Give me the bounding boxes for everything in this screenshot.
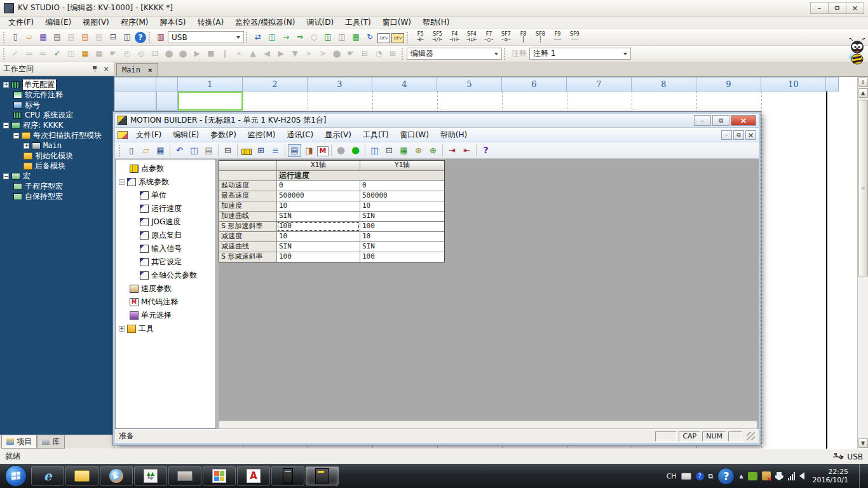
- fn-key-f8-vline[interactable]: F8│: [515, 32, 532, 43]
- tree-item-main[interactable]: Main: [0, 140, 114, 151]
- fn-key-f4-rise-contact[interactable]: F4⊣↑⊢: [446, 32, 463, 43]
- menu-program[interactable]: 程序(M): [115, 16, 154, 29]
- tree-item-device-comment[interactable]: 软元件注释: [0, 90, 114, 100]
- mb-copy-icon[interactable]: [187, 144, 201, 157]
- mb-point-params-icon[interactable]: [241, 149, 252, 155]
- mb-menu-edit[interactable]: 编辑(E): [167, 128, 205, 142]
- mb-menu-help[interactable]: 帮助(H): [435, 128, 473, 142]
- scroll-thumb[interactable]: ≡: [858, 100, 868, 276]
- menu-view[interactable]: 视图(V): [77, 16, 115, 29]
- comm-device-icon[interactable]: [154, 31, 167, 44]
- stopwatch-icon[interactable]: ◔: [372, 48, 385, 60]
- device-list-icon[interactable]: ≔: [23, 48, 36, 60]
- mb-child-restore-button[interactable]: [733, 130, 744, 140]
- taskbar-kv-studio[interactable]: [271, 466, 304, 485]
- mb-grid-view-icon[interactable]: [254, 144, 268, 157]
- mb-tree-system-params[interactable]: 系统参数: [116, 175, 215, 189]
- taskbar-media-player[interactable]: ▶: [100, 466, 133, 485]
- help-small-icon[interactable]: ?: [696, 472, 704, 480]
- mb-menu-display[interactable]: 显示(V): [319, 128, 357, 142]
- menu-monitor-simulator[interactable]: 监控器/模拟器(N): [229, 16, 301, 29]
- menu-file[interactable]: 文件(F): [3, 16, 39, 29]
- mb-menu-window[interactable]: 窗口(W): [395, 128, 435, 142]
- collapse-icon[interactable]: [13, 133, 19, 139]
- time-chart-2-icon[interactable]: ◵: [135, 48, 147, 60]
- fn-key-sf9-hline-del[interactable]: SF9┈┈: [566, 32, 583, 43]
- fn-key-f9-hline[interactable]: F9──: [549, 32, 566, 43]
- fn-key-sf5-nc-contact[interactable]: SF5⊣/⊢: [429, 32, 446, 43]
- help-icon[interactable]: [135, 32, 146, 43]
- tree-item-scan-module[interactable]: 每次扫描执行型模块: [0, 130, 114, 140]
- expand-icon[interactable]: [24, 143, 29, 149]
- time-chart-icon[interactable]: ◴: [121, 48, 133, 60]
- mb-hscrollbar[interactable]: [219, 421, 757, 429]
- edit-pen-icon[interactable]: ✓: [9, 48, 22, 60]
- grid-gray-icon[interactable]: ▦: [93, 48, 105, 60]
- tab-project[interactable]: 项目: [1, 435, 37, 449]
- new-document-icon[interactable]: [9, 31, 22, 44]
- mb-child-close-button[interactable]: [745, 130, 756, 140]
- pin-icon[interactable]: [90, 65, 99, 74]
- mb-tree-all-axis-common[interactable]: 全轴公共参数: [116, 269, 215, 282]
- record-gray-icon[interactable]: ●: [163, 48, 175, 60]
- device-window-2-icon[interactable]: [391, 33, 404, 43]
- tree-item-backup-module[interactable]: 后备模块: [0, 161, 114, 171]
- mb-paste-icon[interactable]: [202, 144, 215, 157]
- print-icon[interactable]: [107, 31, 119, 44]
- tree-item-unit-config[interactable]: 单元配置: [0, 79, 114, 90]
- simulator-grid-icon[interactable]: [349, 31, 362, 44]
- ball-gray-icon[interactable]: ●: [330, 48, 343, 60]
- mb-tree-mcode-comment[interactable]: M代码注释: [116, 295, 215, 309]
- mb-stop-gray-icon[interactable]: [334, 144, 348, 157]
- mb-speed-params-icon[interactable]: [302, 144, 316, 157]
- fn-key-f5-contact[interactable]: F5⊣⊢: [412, 32, 429, 43]
- start-button[interactable]: [5, 465, 27, 487]
- taskbar-clock[interactable]: 22:25 2016/10/1: [809, 468, 852, 484]
- tab-close-icon[interactable]: [148, 66, 153, 74]
- mb-tree-origin-return[interactable]: 原点复归: [116, 229, 215, 242]
- mb-new-icon[interactable]: [125, 144, 138, 157]
- record-gray-2-icon[interactable]: ●: [177, 48, 189, 60]
- fn-key-sf7-nc-coil[interactable]: SF7-⊘-: [498, 32, 515, 43]
- expand-icon[interactable]: [119, 326, 125, 332]
- menu-help[interactable]: 帮助(H): [417, 16, 455, 29]
- mb-open-icon[interactable]: [139, 144, 153, 157]
- step-down-icon[interactable]: ▼: [288, 48, 301, 60]
- monitor-ok-icon[interactable]: [322, 31, 334, 44]
- editor-mode-combo[interactable]: 编辑器: [407, 48, 502, 60]
- tree-item-selfhold-macro[interactable]: 自保持型宏: [0, 191, 114, 201]
- mb-menu-params[interactable]: 参数(P): [205, 128, 242, 142]
- mb-tree-tools[interactable]: 工具: [116, 322, 215, 336]
- cell-y[interactable]: 0: [360, 181, 444, 191]
- print-preview-icon[interactable]: [121, 31, 133, 44]
- mb-tree-unit-select[interactable]: 单元选择: [116, 309, 215, 322]
- program-transfer-icon[interactable]: [79, 31, 92, 44]
- menu-script[interactable]: 脚本(S): [154, 16, 192, 29]
- cell-y[interactable]: 500000: [360, 191, 444, 201]
- step-right-icon[interactable]: ▶: [275, 48, 287, 60]
- monitor-gray-icon[interactable]: [336, 31, 348, 44]
- program-delete-icon[interactable]: [93, 31, 105, 44]
- refresh-icon[interactable]: [363, 31, 376, 44]
- network-error-icon[interactable]: [762, 471, 771, 480]
- tray-expand-icon[interactable]: ▲: [739, 473, 743, 479]
- mb-save-icon[interactable]: [154, 144, 167, 157]
- scroll-down-icon[interactable]: ▼: [858, 438, 868, 448]
- mb-menu-comm[interactable]: 通讯(C): [281, 128, 320, 142]
- tree-item-program[interactable]: 程序: KKKK: [0, 120, 114, 130]
- nvidia-icon[interactable]: [748, 472, 757, 480]
- expand-icon[interactable]: [3, 82, 9, 88]
- scroll-up-icon[interactable]: ▲: [858, 88, 868, 98]
- collapse-icon[interactable]: [3, 173, 9, 179]
- tree-item-cpu-settings[interactable]: CPU 系统设定: [0, 110, 114, 120]
- collapse-icon[interactable]: [119, 179, 125, 185]
- mb-print-icon[interactable]: [221, 144, 234, 157]
- restore-button[interactable]: [828, 2, 846, 14]
- grid-color-icon[interactable]: ▦: [79, 48, 92, 60]
- taskbar-windows-explorer[interactable]: [65, 466, 98, 485]
- tab-main[interactable]: Main: [116, 63, 158, 76]
- tree-item-label[interactable]: 标号: [0, 100, 114, 110]
- taskbar-motion-builder-active[interactable]: [306, 466, 339, 485]
- mb-menu-file[interactable]: 文件(F): [130, 128, 167, 142]
- mb-minimize-button[interactable]: [694, 115, 711, 126]
